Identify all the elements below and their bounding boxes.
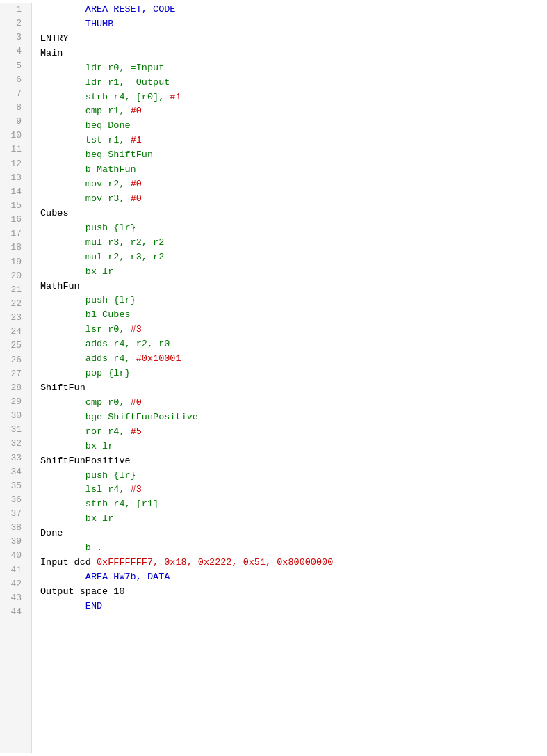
code-line: Input dcd 0xFFFFFFF7, 0x18, 0x2222, 0x51… bbox=[40, 556, 547, 570]
line-number: 30 bbox=[0, 409, 26, 423]
code-line: AREA HW7b, DATA bbox=[40, 570, 547, 585]
code-token: b . bbox=[40, 542, 102, 553]
line-number: 1 bbox=[0, 3, 26, 17]
code-line: THUMB bbox=[40, 17, 547, 32]
code-line: ror r4, #5 bbox=[40, 425, 547, 440]
line-number: 11 bbox=[0, 143, 26, 156]
code-token: AREA HW7b, DATA bbox=[40, 572, 170, 582]
code-line: Main bbox=[40, 47, 547, 61]
code-token: bl Cubes bbox=[40, 309, 131, 320]
line-number: 13 bbox=[0, 171, 26, 185]
code-token: Output space 10 bbox=[40, 586, 125, 597]
code-line: bx lr bbox=[40, 440, 547, 454]
code-line: mov r2, #0 bbox=[40, 177, 547, 192]
code-token: Input dcd bbox=[40, 557, 97, 568]
line-number: 35 bbox=[0, 479, 26, 493]
code-token: AREA RESET, bbox=[40, 4, 153, 15]
code-token: Cubes bbox=[40, 208, 69, 218]
code-line: push {lr} bbox=[40, 221, 547, 236]
code-line: mul r2, r3, r2 bbox=[40, 250, 547, 265]
code-token: ror r4, bbox=[40, 426, 131, 437]
code-line: bx lr bbox=[40, 265, 547, 280]
code-token: b MathFun bbox=[40, 164, 136, 175]
code-token: #1 bbox=[170, 92, 181, 102]
code-token: adds r4, r2, r0 bbox=[40, 339, 170, 349]
line-number: 25 bbox=[0, 339, 26, 353]
line-number: 22 bbox=[0, 297, 26, 311]
line-number: 32 bbox=[0, 437, 26, 451]
line-number: 26 bbox=[0, 353, 26, 367]
line-numbers: 1234567891011121314151617181920212223242… bbox=[0, 3, 32, 753]
code-token: mov r2, bbox=[40, 179, 131, 189]
code-line: bge ShiftFunPositive bbox=[40, 410, 547, 425]
code-lines[interactable]: AREA RESET, CODE THUMBENTRYMain ldr r0, … bbox=[32, 3, 547, 753]
code-line: Output space 10 bbox=[40, 585, 547, 600]
line-number: 24 bbox=[0, 325, 26, 339]
code-line: ldr r0, =Input bbox=[40, 61, 547, 76]
line-number: 7 bbox=[0, 87, 26, 101]
code-token: push {lr} bbox=[40, 223, 136, 233]
code-token: #3 bbox=[131, 324, 142, 335]
code-line: ShiftFun bbox=[40, 381, 547, 396]
line-number: 28 bbox=[0, 381, 26, 395]
line-number: 29 bbox=[0, 395, 26, 409]
code-token: #5 bbox=[131, 426, 142, 437]
line-number: 16 bbox=[0, 213, 26, 227]
code-token: mul r2, r3, r2 bbox=[40, 252, 164, 262]
line-number: 31 bbox=[0, 423, 26, 437]
editor-container: 1234567891011121314151617181920212223242… bbox=[0, 0, 547, 756]
line-number: 34 bbox=[0, 465, 26, 479]
code-line: mul r3, r2, r2 bbox=[40, 236, 547, 250]
code-token: #0 bbox=[131, 106, 142, 116]
code-line: AREA RESET, CODE bbox=[40, 3, 547, 17]
code-token: push {lr} bbox=[40, 295, 136, 305]
line-number: 43 bbox=[0, 591, 26, 605]
code-token: ldr r0, =Input bbox=[40, 63, 164, 73]
code-area: 1234567891011121314151617181920212223242… bbox=[0, 0, 547, 756]
code-token: THUMB bbox=[40, 19, 113, 29]
code-token: mul r3, r2, r2 bbox=[40, 237, 164, 248]
code-token: 0xFFFFFFF7, 0x18, 0x2222, 0x51, 0x800000… bbox=[97, 557, 333, 568]
code-line: ldr r1, =Output bbox=[40, 76, 547, 90]
code-token: push {lr} bbox=[40, 470, 136, 481]
line-number: 4 bbox=[0, 45, 26, 58]
code-line: push {lr} bbox=[40, 293, 547, 308]
code-line: lsr r0, #3 bbox=[40, 323, 547, 337]
line-number: 12 bbox=[0, 157, 26, 171]
code-token: lsr r0, bbox=[40, 324, 131, 335]
code-line: cmp r0, #0 bbox=[40, 396, 547, 410]
line-number: 33 bbox=[0, 451, 26, 465]
code-line: ENTRY bbox=[40, 32, 547, 47]
code-token: bx lr bbox=[40, 513, 113, 524]
code-line: strb r4, [r0], #1 bbox=[40, 90, 547, 105]
code-token: bx lr bbox=[40, 266, 113, 277]
line-number: 23 bbox=[0, 311, 26, 325]
code-line: b MathFun bbox=[40, 163, 547, 177]
code-token: #0 bbox=[131, 193, 142, 204]
line-number: 21 bbox=[0, 283, 26, 297]
code-token: CODE bbox=[153, 4, 175, 15]
code-token: Main bbox=[40, 48, 63, 58]
code-token: ldr r1, =Output bbox=[40, 77, 170, 88]
code-line: mov r3, #0 bbox=[40, 192, 547, 207]
line-number: 6 bbox=[0, 73, 26, 87]
code-token: strb r4, [r1] bbox=[40, 499, 158, 509]
line-number: 20 bbox=[0, 269, 26, 283]
code-token: Done bbox=[40, 528, 63, 538]
code-line: cmp r1, #0 bbox=[40, 104, 547, 119]
code-token: ENTRY bbox=[40, 33, 69, 44]
code-token: beq Done bbox=[40, 120, 131, 131]
code-token: adds r4, bbox=[40, 353, 136, 364]
code-line: lsl r4, #3 bbox=[40, 483, 547, 497]
line-number: 37 bbox=[0, 507, 26, 521]
code-line: bx lr bbox=[40, 512, 547, 526]
code-line: adds r4, #0x10001 bbox=[40, 352, 547, 367]
line-number: 44 bbox=[0, 605, 26, 619]
line-number: 18 bbox=[0, 241, 26, 255]
line-number: 3 bbox=[0, 31, 26, 45]
code-token: #1 bbox=[131, 135, 142, 145]
code-line bbox=[40, 614, 547, 629]
line-number: 14 bbox=[0, 185, 26, 199]
code-line: Cubes bbox=[40, 207, 547, 221]
code-line: END bbox=[40, 600, 547, 614]
